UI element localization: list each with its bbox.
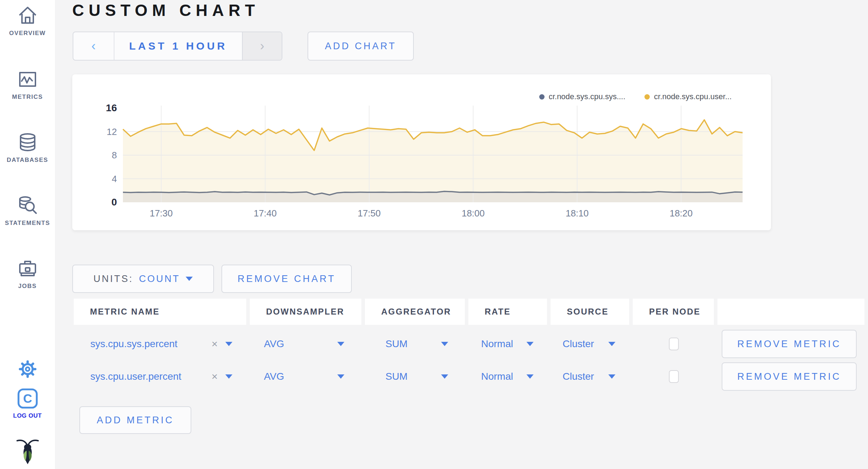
source-dropdown[interactable]: Cluster <box>563 371 594 382</box>
time-range-selector: ‹ LAST 1 HOUR › <box>73 32 282 61</box>
time-range-label[interactable]: LAST 1 HOUR <box>114 32 242 60</box>
units-value: COUNT <box>139 273 180 284</box>
sidebar: OVERVIEW METRICS DATABASES <box>0 0 55 469</box>
caret-down-icon[interactable] <box>225 342 232 346</box>
svg-text:18:20: 18:20 <box>670 208 693 219</box>
downsampler-dropdown[interactable]: AVG <box>264 338 284 350</box>
legend-label-sys: cr.node.sys.cpu.sys.... <box>549 92 625 101</box>
remove-metric-button[interactable]: REMOVE METRIC <box>722 362 857 391</box>
time-range-prev-button[interactable]: ‹ <box>73 32 114 60</box>
svg-text:8: 8 <box>112 150 117 160</box>
svg-text:18:00: 18:00 <box>462 208 485 219</box>
remove-metric-button[interactable]: REMOVE METRIC <box>722 330 857 358</box>
time-range-next-button[interactable]: › <box>242 32 282 60</box>
clear-metric-icon[interactable]: × <box>212 338 218 350</box>
column-header-metric-name: METRIC NAME <box>74 299 246 325</box>
per-node-checkbox[interactable] <box>669 370 679 383</box>
add-chart-button[interactable]: ADD CHART <box>308 32 414 61</box>
briefcase-icon <box>0 257 55 280</box>
caret-down-icon[interactable] <box>526 342 534 346</box>
metric-name-dropdown[interactable]: sys.cpu.user.percent <box>90 371 181 382</box>
sidebar-item-label: STATEMENTS <box>0 220 55 227</box>
legend-item-sys[interactable]: cr.node.sys.cpu.sys.... <box>539 92 625 101</box>
logout-label: LOG OUT <box>0 412 55 419</box>
sidebar-item-label: METRICS <box>0 94 55 101</box>
caret-down-icon[interactable] <box>337 342 344 346</box>
svg-text:4: 4 <box>112 174 117 184</box>
column-header-rate: RATE <box>468 299 547 325</box>
sidebar-item-statements[interactable]: STATEMENTS <box>0 194 55 227</box>
units-dropdown[interactable]: UNITS: COUNT <box>72 265 214 293</box>
home-icon <box>0 4 55 27</box>
caret-down-icon[interactable] <box>608 374 615 379</box>
units-label: UNITS: <box>94 273 134 284</box>
chart-card: 17:3017:4017:5018:0018:1018:200481216 cr… <box>72 74 771 230</box>
rate-dropdown[interactable]: Normal <box>481 371 513 382</box>
chevron-left-icon: ‹ <box>91 39 96 53</box>
page-title: CUSTOM CHART <box>72 1 259 20</box>
svg-text:17:50: 17:50 <box>357 208 381 219</box>
database-icon <box>0 131 55 154</box>
caret-down-icon <box>186 277 193 281</box>
svg-text:16: 16 <box>106 102 117 113</box>
downsampler-dropdown[interactable]: AVG <box>264 371 284 382</box>
per-node-checkbox[interactable] <box>669 338 679 350</box>
column-header-per-node: PER NODE <box>633 299 714 325</box>
sidebar-item-label: OVERVIEW <box>0 30 55 37</box>
statements-search-icon <box>0 194 55 217</box>
chart-legend: cr.node.sys.cpu.sys.... cr.node.sys.cpu.… <box>539 92 732 101</box>
sidebar-item-label: DATABASES <box>0 157 55 164</box>
legend-label-user: cr.node.sys.cpu.user... <box>654 92 732 101</box>
sidebar-item-label: JOBS <box>0 283 55 290</box>
svg-text:12: 12 <box>107 126 117 137</box>
column-header-aggregator: AGGREGATOR <box>365 299 465 325</box>
sidebar-item-databases[interactable]: DATABASES <box>0 131 55 164</box>
column-header-actions <box>717 299 864 325</box>
caret-down-icon[interactable] <box>526 374 534 379</box>
column-header-source: SOURCE <box>551 299 629 325</box>
svg-text:17:30: 17:30 <box>150 208 173 219</box>
svg-text:17:40: 17:40 <box>254 208 277 219</box>
svg-text:C: C <box>23 391 32 405</box>
sidebar-item-jobs[interactable]: JOBS <box>0 257 55 290</box>
sidebar-item-metrics[interactable]: METRICS <box>0 68 55 101</box>
svg-text:18:10: 18:10 <box>565 208 588 219</box>
cockroach-bug-icon <box>0 436 55 468</box>
caret-down-icon[interactable] <box>337 374 344 379</box>
caret-down-icon[interactable] <box>225 374 232 379</box>
legend-dot-sys <box>539 94 545 100</box>
caret-down-icon[interactable] <box>608 342 615 346</box>
remove-chart-button[interactable]: REMOVE CHART <box>221 265 352 293</box>
caret-down-icon[interactable] <box>441 342 448 346</box>
column-header-downsampler: DOWNSAMPLER <box>250 299 361 325</box>
caret-down-icon[interactable] <box>441 374 448 379</box>
aggregator-dropdown[interactable]: SUM <box>385 338 407 350</box>
chevron-right-icon: › <box>260 39 264 53</box>
clear-metric-icon[interactable]: × <box>212 371 218 383</box>
metric-row: sys.cpu.sys.percent × AVG SUM Normal Clu… <box>0 328 868 360</box>
legend-dot-user <box>644 94 650 100</box>
cockroachdb-logo <box>0 436 55 468</box>
source-dropdown[interactable]: Cluster <box>563 338 594 350</box>
metric-name-dropdown[interactable]: sys.cpu.sys.percent <box>90 338 177 350</box>
metric-row: sys.cpu.user.percent × AVG SUM Normal Cl… <box>0 360 868 393</box>
metrics-graph-icon <box>0 68 55 91</box>
svg-text:0: 0 <box>111 197 117 208</box>
legend-item-user[interactable]: cr.node.sys.cpu.user... <box>644 92 732 101</box>
add-metric-button[interactable]: ADD METRIC <box>79 406 191 434</box>
rate-dropdown[interactable]: Normal <box>481 338 513 350</box>
aggregator-dropdown[interactable]: SUM <box>385 371 407 382</box>
sidebar-item-overview[interactable]: OVERVIEW <box>0 4 55 37</box>
